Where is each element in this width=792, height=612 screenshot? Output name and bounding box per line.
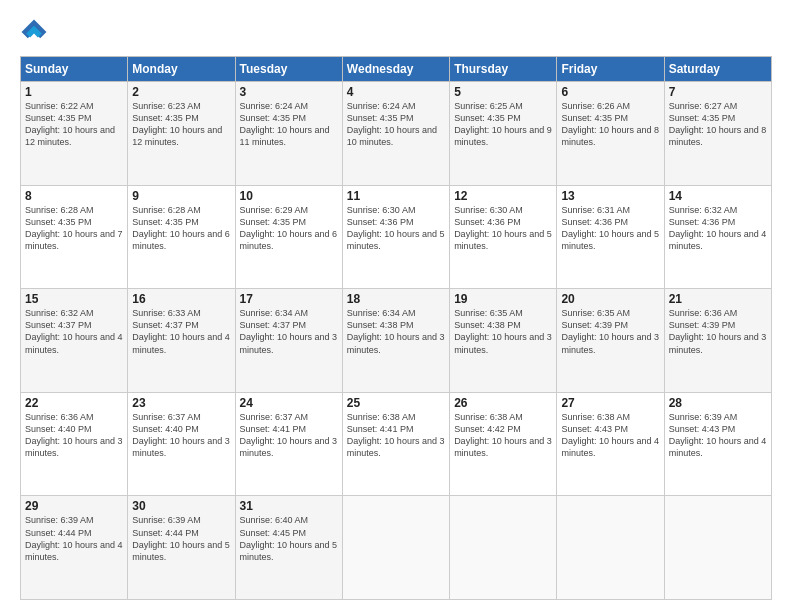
logo-icon [20,18,48,46]
calendar-week-4: 22 Sunrise: 6:36 AMSunset: 4:40 PMDaylig… [21,392,772,496]
calendar-header-friday: Friday [557,57,664,82]
day-number: 22 [25,396,123,410]
calendar-cell: 27 Sunrise: 6:38 AMSunset: 4:43 PMDaylig… [557,392,664,496]
day-number: 19 [454,292,552,306]
day-info: Sunrise: 6:40 AMSunset: 4:45 PMDaylight:… [240,515,338,561]
calendar-cell: 19 Sunrise: 6:35 AMSunset: 4:38 PMDaylig… [450,289,557,393]
calendar-cell [557,496,664,600]
calendar-cell: 21 Sunrise: 6:36 AMSunset: 4:39 PMDaylig… [664,289,771,393]
day-number: 23 [132,396,230,410]
day-number: 17 [240,292,338,306]
day-number: 29 [25,499,123,513]
day-number: 30 [132,499,230,513]
calendar-cell: 10 Sunrise: 6:29 AMSunset: 4:35 PMDaylig… [235,185,342,289]
calendar-cell: 7 Sunrise: 6:27 AMSunset: 4:35 PMDayligh… [664,82,771,186]
calendar-table: SundayMondayTuesdayWednesdayThursdayFrid… [20,56,772,600]
calendar-cell: 15 Sunrise: 6:32 AMSunset: 4:37 PMDaylig… [21,289,128,393]
calendar-cell: 31 Sunrise: 6:40 AMSunset: 4:45 PMDaylig… [235,496,342,600]
calendar-week-1: 1 Sunrise: 6:22 AMSunset: 4:35 PMDayligh… [21,82,772,186]
day-info: Sunrise: 6:31 AMSunset: 4:36 PMDaylight:… [561,205,659,251]
day-info: Sunrise: 6:38 AMSunset: 4:43 PMDaylight:… [561,412,659,458]
calendar-cell: 6 Sunrise: 6:26 AMSunset: 4:35 PMDayligh… [557,82,664,186]
day-number: 12 [454,189,552,203]
day-info: Sunrise: 6:24 AMSunset: 4:35 PMDaylight:… [347,101,437,147]
calendar-cell: 4 Sunrise: 6:24 AMSunset: 4:35 PMDayligh… [342,82,449,186]
calendar-cell: 23 Sunrise: 6:37 AMSunset: 4:40 PMDaylig… [128,392,235,496]
calendar-cell: 1 Sunrise: 6:22 AMSunset: 4:35 PMDayligh… [21,82,128,186]
day-number: 26 [454,396,552,410]
day-number: 31 [240,499,338,513]
calendar-header-tuesday: Tuesday [235,57,342,82]
calendar-cell: 8 Sunrise: 6:28 AMSunset: 4:35 PMDayligh… [21,185,128,289]
day-number: 6 [561,85,659,99]
day-number: 3 [240,85,338,99]
calendar-cell: 5 Sunrise: 6:25 AMSunset: 4:35 PMDayligh… [450,82,557,186]
day-number: 5 [454,85,552,99]
calendar-cell: 29 Sunrise: 6:39 AMSunset: 4:44 PMDaylig… [21,496,128,600]
day-info: Sunrise: 6:39 AMSunset: 4:44 PMDaylight:… [132,515,230,561]
day-info: Sunrise: 6:28 AMSunset: 4:35 PMDaylight:… [25,205,123,251]
day-number: 21 [669,292,767,306]
day-number: 9 [132,189,230,203]
calendar-week-2: 8 Sunrise: 6:28 AMSunset: 4:35 PMDayligh… [21,185,772,289]
day-info: Sunrise: 6:32 AMSunset: 4:37 PMDaylight:… [25,308,123,354]
day-info: Sunrise: 6:37 AMSunset: 4:40 PMDaylight:… [132,412,230,458]
day-info: Sunrise: 6:36 AMSunset: 4:39 PMDaylight:… [669,308,767,354]
calendar-header-saturday: Saturday [664,57,771,82]
calendar-cell: 11 Sunrise: 6:30 AMSunset: 4:36 PMDaylig… [342,185,449,289]
calendar-cell [664,496,771,600]
calendar-cell: 30 Sunrise: 6:39 AMSunset: 4:44 PMDaylig… [128,496,235,600]
day-info: Sunrise: 6:30 AMSunset: 4:36 PMDaylight:… [454,205,552,251]
calendar-header-sunday: Sunday [21,57,128,82]
day-info: Sunrise: 6:39 AMSunset: 4:43 PMDaylight:… [669,412,767,458]
day-number: 16 [132,292,230,306]
calendar-week-5: 29 Sunrise: 6:39 AMSunset: 4:44 PMDaylig… [21,496,772,600]
day-number: 7 [669,85,767,99]
page: SundayMondayTuesdayWednesdayThursdayFrid… [0,0,792,612]
calendar-cell: 2 Sunrise: 6:23 AMSunset: 4:35 PMDayligh… [128,82,235,186]
day-number: 25 [347,396,445,410]
day-number: 10 [240,189,338,203]
calendar-cell [450,496,557,600]
calendar-cell: 20 Sunrise: 6:35 AMSunset: 4:39 PMDaylig… [557,289,664,393]
day-info: Sunrise: 6:34 AMSunset: 4:38 PMDaylight:… [347,308,445,354]
calendar-cell: 3 Sunrise: 6:24 AMSunset: 4:35 PMDayligh… [235,82,342,186]
day-info: Sunrise: 6:27 AMSunset: 4:35 PMDaylight:… [669,101,767,147]
day-number: 1 [25,85,123,99]
day-number: 18 [347,292,445,306]
calendar-header-row: SundayMondayTuesdayWednesdayThursdayFrid… [21,57,772,82]
calendar-cell: 26 Sunrise: 6:38 AMSunset: 4:42 PMDaylig… [450,392,557,496]
day-info: Sunrise: 6:35 AMSunset: 4:38 PMDaylight:… [454,308,552,354]
day-info: Sunrise: 6:38 AMSunset: 4:41 PMDaylight:… [347,412,445,458]
day-info: Sunrise: 6:36 AMSunset: 4:40 PMDaylight:… [25,412,123,458]
day-info: Sunrise: 6:33 AMSunset: 4:37 PMDaylight:… [132,308,230,354]
day-info: Sunrise: 6:23 AMSunset: 4:35 PMDaylight:… [132,101,222,147]
calendar-header-wednesday: Wednesday [342,57,449,82]
day-info: Sunrise: 6:39 AMSunset: 4:44 PMDaylight:… [25,515,123,561]
day-info: Sunrise: 6:28 AMSunset: 4:35 PMDaylight:… [132,205,230,251]
day-number: 8 [25,189,123,203]
calendar-cell: 16 Sunrise: 6:33 AMSunset: 4:37 PMDaylig… [128,289,235,393]
day-number: 27 [561,396,659,410]
day-info: Sunrise: 6:25 AMSunset: 4:35 PMDaylight:… [454,101,552,147]
day-info: Sunrise: 6:26 AMSunset: 4:35 PMDaylight:… [561,101,659,147]
day-info: Sunrise: 6:32 AMSunset: 4:36 PMDaylight:… [669,205,767,251]
calendar-cell: 18 Sunrise: 6:34 AMSunset: 4:38 PMDaylig… [342,289,449,393]
day-number: 4 [347,85,445,99]
day-number: 15 [25,292,123,306]
calendar-cell: 25 Sunrise: 6:38 AMSunset: 4:41 PMDaylig… [342,392,449,496]
calendar-week-3: 15 Sunrise: 6:32 AMSunset: 4:37 PMDaylig… [21,289,772,393]
calendar-cell: 22 Sunrise: 6:36 AMSunset: 4:40 PMDaylig… [21,392,128,496]
calendar-cell: 24 Sunrise: 6:37 AMSunset: 4:41 PMDaylig… [235,392,342,496]
calendar-cell: 9 Sunrise: 6:28 AMSunset: 4:35 PMDayligh… [128,185,235,289]
day-info: Sunrise: 6:37 AMSunset: 4:41 PMDaylight:… [240,412,338,458]
day-info: Sunrise: 6:34 AMSunset: 4:37 PMDaylight:… [240,308,338,354]
day-number: 28 [669,396,767,410]
day-number: 11 [347,189,445,203]
day-number: 2 [132,85,230,99]
day-number: 24 [240,396,338,410]
day-info: Sunrise: 6:29 AMSunset: 4:35 PMDaylight:… [240,205,338,251]
day-info: Sunrise: 6:22 AMSunset: 4:35 PMDaylight:… [25,101,115,147]
calendar-cell [342,496,449,600]
day-number: 13 [561,189,659,203]
